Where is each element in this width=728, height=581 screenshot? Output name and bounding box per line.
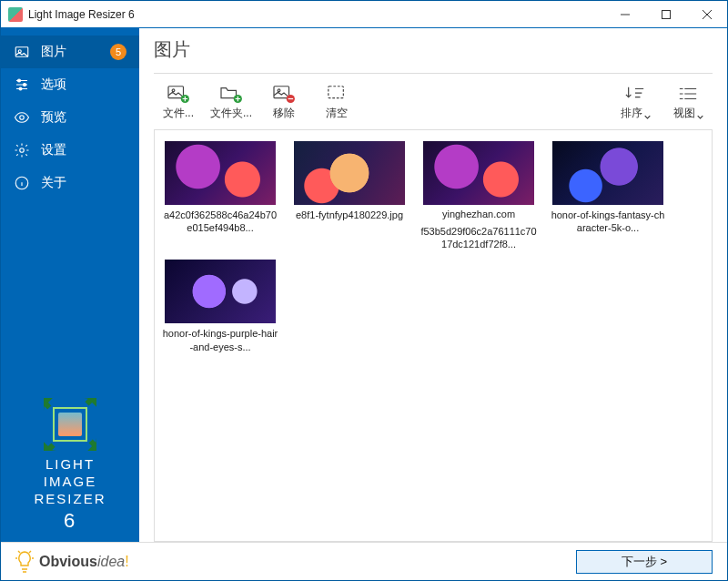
svg-point-10: [172, 89, 175, 92]
vendor-text-c: !: [125, 554, 128, 569]
sliders-icon: [14, 76, 30, 93]
thumbnail-grid-scroll[interactable]: a42c0f362588c46a24b70e015ef494b8... e8f1…: [154, 130, 713, 542]
toolbar: 文件... 文件夹... 移除: [154, 73, 713, 130]
minimize-button[interactable]: [604, 1, 645, 28]
brand-line: RESIZER: [1, 491, 139, 508]
eye-icon: [14, 109, 30, 126]
toolbar-label: 文件...: [163, 106, 194, 121]
thumbnail-image: [165, 141, 276, 205]
chevron-down-icon: [697, 110, 703, 117]
thumbnail-item[interactable]: honor-of-kings-fantasy-character-5k-o...: [548, 141, 668, 250]
sidebar-item-options[interactable]: 选项: [1, 68, 139, 101]
brand-version: 6: [1, 508, 139, 534]
sidebar-item-settings[interactable]: 设置: [1, 134, 139, 167]
image-minus-icon: [272, 84, 296, 104]
toolbar-label: 文件夹...: [210, 106, 252, 121]
gear-icon: [14, 142, 30, 158]
sidebar-item-label: 选项: [41, 76, 126, 93]
view-button[interactable]: 视图: [663, 81, 713, 124]
view-list-icon: [676, 84, 700, 104]
footer: Obviousidea! 下一步 >: [1, 542, 727, 580]
toolbar-label: 排序: [621, 106, 651, 121]
thumbnail-item[interactable]: honor-of-kings-purple-hair-and-eyes-s...: [160, 260, 280, 353]
svg-point-14: [278, 89, 280, 92]
close-button[interactable]: [686, 1, 727, 28]
window-title: Light Image Resizer 6: [28, 8, 135, 21]
sidebar-item-preview[interactable]: 预览: [1, 101, 139, 134]
svg-point-4: [24, 84, 26, 87]
info-icon: [14, 175, 30, 191]
svg-point-7: [20, 148, 25, 153]
brand-logo-icon: [46, 400, 95, 449]
images-icon: [14, 44, 30, 60]
count-badge: 5: [110, 44, 126, 60]
toolbar-label: 移除: [273, 106, 295, 121]
clear-button[interactable]: 清空: [312, 81, 361, 124]
lightbulb-icon: [15, 550, 34, 574]
toolbar-group-left: 文件... 文件夹... 移除: [154, 81, 361, 124]
svg-rect-0: [662, 10, 670, 18]
clear-icon: [325, 84, 349, 104]
add-files-button[interactable]: 文件...: [154, 81, 203, 124]
folder-plus-icon: [219, 84, 243, 104]
next-button[interactable]: 下一步 >: [576, 550, 713, 574]
vendor-brand: Obviousidea!: [15, 550, 129, 574]
thumbnail-image: [165, 260, 276, 323]
thumbnail-item[interactable]: e8f1-fytnfyp4180229.jpg: [289, 141, 410, 250]
titlebar: Light Image Resizer 6: [1, 1, 727, 28]
sidebar-item-about[interactable]: 关于: [1, 167, 139, 199]
sidebar-item-images[interactable]: 图片 5: [1, 36, 139, 68]
toolbar-label-text: 排序: [621, 106, 642, 121]
thumbnail-image: [294, 141, 405, 205]
thumbnail-filename: honor-of-kings-purple-hair-and-eyes-s...: [160, 327, 280, 353]
brand-line: IMAGE: [1, 474, 139, 491]
app-icon: [8, 7, 23, 22]
brand-line: LIGHT: [1, 456, 139, 474]
sidebar-nav: 图片 5 选项 预览 设置: [1, 28, 139, 199]
thumbnail-filename: honor-of-kings-fantasy-character-5k-o...: [548, 209, 668, 235]
add-folder-button[interactable]: 文件夹...: [207, 81, 256, 124]
thumbnail-overlay-text: yinghezhan.com: [442, 209, 515, 221]
toolbar-label: 视图: [673, 106, 703, 121]
sidebar: 图片 5 选项 预览 设置: [1, 28, 139, 542]
svg-point-6: [20, 116, 25, 120]
svg-point-5: [19, 87, 22, 90]
maximize-button[interactable]: [645, 1, 686, 28]
thumbnail-filename: f53b5d29f06c2a76111c7017dc121df72f8...: [419, 225, 539, 251]
titlebar-left: Light Image Resizer 6: [1, 7, 135, 22]
brand-text: LIGHT IMAGE RESIZER 6: [1, 456, 139, 533]
app-frame: 图片 5 选项 预览 设置: [1, 28, 727, 542]
thumbnail-filename: a42c0f362588c46a24b70e015ef494b8...: [160, 209, 280, 235]
page-title: 图片: [154, 37, 713, 62]
sort-icon: [623, 84, 647, 104]
sort-button[interactable]: 排序: [611, 81, 660, 124]
vendor-text-b: idea: [97, 554, 125, 569]
sidebar-branding: LIGHT IMAGE RESIZER 6: [1, 400, 139, 542]
toolbar-group-right: 排序 视图: [611, 81, 713, 124]
sidebar-item-label: 预览: [41, 109, 126, 126]
thumbnail-image: [423, 141, 534, 205]
svg-rect-13: [274, 87, 289, 98]
sidebar-item-label: 图片: [41, 44, 99, 60]
svg-rect-9: [168, 87, 184, 98]
toolbar-label-text: 视图: [673, 106, 695, 121]
thumbnail-image: [552, 141, 663, 205]
vendor-text-a: Obvious: [39, 554, 97, 569]
thumbnail-item[interactable]: a42c0f362588c46a24b70e015ef494b8...: [160, 141, 280, 250]
svg-rect-16: [329, 87, 344, 98]
toolbar-label: 清空: [326, 106, 348, 121]
vendor-text: Obviousidea!: [39, 554, 129, 570]
sidebar-item-label: 设置: [41, 142, 126, 158]
remove-button[interactable]: 移除: [259, 81, 308, 124]
svg-point-3: [18, 79, 21, 82]
chevron-down-icon: [644, 110, 651, 117]
thumbnail-grid: a42c0f362588c46a24b70e015ef494b8... e8f1…: [160, 141, 706, 353]
main-panel: 图片 文件... 文件夹...: [139, 28, 727, 542]
window-controls: [604, 1, 727, 28]
image-plus-icon: [167, 84, 190, 104]
sidebar-item-label: 关于: [41, 175, 126, 191]
thumbnail-item[interactable]: yinghezhan.com f53b5d29f06c2a76111c7017d…: [419, 141, 539, 250]
thumbnail-filename: e8f1-fytnfyp4180229.jpg: [289, 209, 410, 221]
